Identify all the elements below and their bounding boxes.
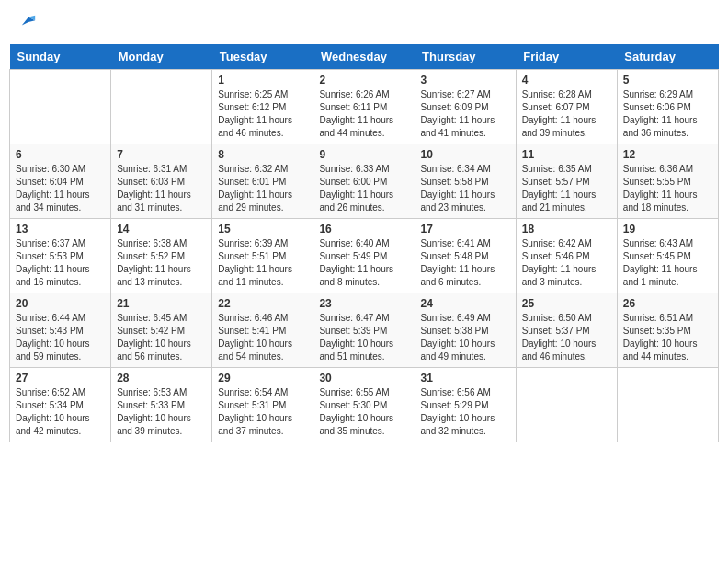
calendar-cell: 25Sunrise: 6:50 AM Sunset: 5:37 PM Dayli…	[516, 293, 617, 368]
day-content: Sunrise: 6:38 AM Sunset: 5:52 PM Dayligh…	[117, 237, 206, 289]
day-number: 14	[117, 223, 206, 236]
calendar-cell: 21Sunrise: 6:45 AM Sunset: 5:42 PM Dayli…	[111, 293, 212, 368]
day-content: Sunrise: 6:50 AM Sunset: 5:37 PM Dayligh…	[522, 312, 611, 363]
day-number: 20	[16, 297, 105, 310]
calendar-header-row: SundayMondayTuesdayWednesdayThursdayFrid…	[10, 44, 719, 70]
page-header	[9, 9, 719, 35]
calendar-cell: 12Sunrise: 6:36 AM Sunset: 5:55 PM Dayli…	[617, 144, 718, 219]
day-header-saturday: Saturday	[617, 44, 718, 70]
calendar-cell: 24Sunrise: 6:49 AM Sunset: 5:38 PM Dayli…	[415, 293, 516, 368]
day-number: 15	[218, 223, 307, 236]
calendar-cell: 14Sunrise: 6:38 AM Sunset: 5:52 PM Dayli…	[111, 219, 212, 293]
calendar-cell	[10, 70, 111, 144]
day-content: Sunrise: 6:49 AM Sunset: 5:38 PM Dayligh…	[421, 312, 510, 363]
calendar-cell: 22Sunrise: 6:46 AM Sunset: 5:41 PM Dayli…	[212, 293, 313, 368]
day-header-thursday: Thursday	[415, 44, 516, 70]
day-header-friday: Friday	[516, 44, 617, 70]
day-number: 29	[218, 372, 307, 385]
calendar-cell: 16Sunrise: 6:40 AM Sunset: 5:49 PM Dayli…	[313, 219, 415, 293]
day-number: 12	[623, 148, 712, 161]
calendar-cell	[617, 368, 718, 442]
calendar-week-5: 27Sunrise: 6:52 AM Sunset: 5:34 PM Dayli…	[10, 368, 719, 442]
day-content: Sunrise: 6:37 AM Sunset: 5:53 PM Dayligh…	[16, 237, 105, 289]
day-header-wednesday: Wednesday	[313, 44, 415, 70]
calendar-cell: 29Sunrise: 6:54 AM Sunset: 5:31 PM Dayli…	[212, 368, 313, 442]
day-content: Sunrise: 6:45 AM Sunset: 5:42 PM Dayligh…	[117, 312, 206, 363]
calendar-table: SundayMondayTuesdayWednesdayThursdayFrid…	[9, 44, 719, 442]
day-content: Sunrise: 6:40 AM Sunset: 5:49 PM Dayligh…	[319, 237, 408, 289]
day-number: 19	[623, 223, 712, 236]
day-number: 21	[117, 297, 206, 310]
calendar-cell: 8Sunrise: 6:32 AM Sunset: 6:01 PM Daylig…	[212, 144, 313, 219]
day-content: Sunrise: 6:34 AM Sunset: 5:58 PM Dayligh…	[421, 163, 510, 214]
day-header-monday: Monday	[111, 44, 212, 70]
day-number: 7	[117, 148, 206, 161]
day-number: 9	[319, 148, 408, 161]
calendar-cell: 13Sunrise: 6:37 AM Sunset: 5:53 PM Dayli…	[10, 219, 111, 293]
calendar-cell: 10Sunrise: 6:34 AM Sunset: 5:58 PM Dayli…	[415, 144, 516, 219]
day-content: Sunrise: 6:29 AM Sunset: 6:06 PM Dayligh…	[623, 88, 712, 140]
day-content: Sunrise: 6:47 AM Sunset: 5:39 PM Dayligh…	[319, 312, 408, 363]
calendar-cell: 2Sunrise: 6:26 AM Sunset: 6:11 PM Daylig…	[313, 70, 415, 144]
calendar-cell: 26Sunrise: 6:51 AM Sunset: 5:35 PM Dayli…	[617, 293, 718, 368]
calendar-cell: 17Sunrise: 6:41 AM Sunset: 5:48 PM Dayli…	[415, 219, 516, 293]
day-content: Sunrise: 6:39 AM Sunset: 5:51 PM Dayligh…	[218, 237, 307, 289]
day-number: 28	[117, 372, 206, 385]
day-content: Sunrise: 6:56 AM Sunset: 5:29 PM Dayligh…	[421, 386, 510, 438]
calendar-week-3: 13Sunrise: 6:37 AM Sunset: 5:53 PM Dayli…	[10, 219, 719, 293]
calendar-week-4: 20Sunrise: 6:44 AM Sunset: 5:43 PM Dayli…	[10, 293, 719, 368]
day-number: 18	[522, 223, 611, 236]
calendar-cell: 9Sunrise: 6:33 AM Sunset: 6:00 PM Daylig…	[313, 144, 415, 219]
calendar-cell	[516, 368, 617, 442]
calendar-cell: 27Sunrise: 6:52 AM Sunset: 5:34 PM Dayli…	[10, 368, 111, 442]
calendar-cell	[111, 70, 212, 144]
day-content: Sunrise: 6:44 AM Sunset: 5:43 PM Dayligh…	[16, 312, 105, 363]
calendar-cell: 20Sunrise: 6:44 AM Sunset: 5:43 PM Dayli…	[10, 293, 111, 368]
calendar-cell: 7Sunrise: 6:31 AM Sunset: 6:03 PM Daylig…	[111, 144, 212, 219]
calendar-cell: 15Sunrise: 6:39 AM Sunset: 5:51 PM Dayli…	[212, 219, 313, 293]
day-content: Sunrise: 6:28 AM Sunset: 6:07 PM Dayligh…	[522, 88, 611, 140]
calendar-cell: 4Sunrise: 6:28 AM Sunset: 6:07 PM Daylig…	[516, 70, 617, 144]
calendar-cell: 31Sunrise: 6:56 AM Sunset: 5:29 PM Dayli…	[415, 368, 516, 442]
day-content: Sunrise: 6:42 AM Sunset: 5:46 PM Dayligh…	[522, 237, 611, 289]
calendar-cell: 18Sunrise: 6:42 AM Sunset: 5:46 PM Dayli…	[516, 219, 617, 293]
day-number: 4	[522, 74, 611, 86]
day-content: Sunrise: 6:51 AM Sunset: 5:35 PM Dayligh…	[623, 312, 712, 363]
day-number: 13	[16, 223, 105, 236]
day-number: 10	[421, 148, 510, 161]
day-content: Sunrise: 6:43 AM Sunset: 5:45 PM Dayligh…	[623, 237, 712, 289]
day-content: Sunrise: 6:31 AM Sunset: 6:03 PM Dayligh…	[117, 163, 206, 214]
day-header-sunday: Sunday	[10, 44, 111, 70]
day-number: 25	[522, 297, 611, 310]
day-content: Sunrise: 6:30 AM Sunset: 6:04 PM Dayligh…	[16, 163, 105, 214]
day-content: Sunrise: 6:25 AM Sunset: 6:12 PM Dayligh…	[218, 88, 307, 140]
calendar-week-1: 1Sunrise: 6:25 AM Sunset: 6:12 PM Daylig…	[10, 70, 719, 144]
day-number: 24	[421, 297, 510, 310]
calendar-cell: 11Sunrise: 6:35 AM Sunset: 5:57 PM Dayli…	[516, 144, 617, 219]
day-number: 22	[218, 297, 307, 310]
day-number: 27	[16, 372, 105, 385]
logo	[18, 14, 37, 30]
day-number: 26	[623, 297, 712, 310]
day-content: Sunrise: 6:35 AM Sunset: 5:57 PM Dayligh…	[522, 163, 611, 214]
calendar-cell: 19Sunrise: 6:43 AM Sunset: 5:45 PM Dayli…	[617, 219, 718, 293]
day-number: 31	[421, 372, 510, 385]
day-content: Sunrise: 6:33 AM Sunset: 6:00 PM Dayligh…	[319, 163, 408, 214]
day-number: 30	[319, 372, 408, 385]
day-number: 17	[421, 223, 510, 236]
day-content: Sunrise: 6:55 AM Sunset: 5:30 PM Dayligh…	[319, 386, 408, 438]
day-header-tuesday: Tuesday	[212, 44, 313, 70]
calendar-body: 1Sunrise: 6:25 AM Sunset: 6:12 PM Daylig…	[10, 70, 719, 442]
day-number: 1	[218, 74, 307, 86]
logo-bird-icon	[20, 14, 37, 30]
day-content: Sunrise: 6:27 AM Sunset: 6:09 PM Dayligh…	[421, 88, 510, 140]
calendar-week-2: 6Sunrise: 6:30 AM Sunset: 6:04 PM Daylig…	[10, 144, 719, 219]
day-content: Sunrise: 6:26 AM Sunset: 6:11 PM Dayligh…	[319, 88, 408, 140]
day-content: Sunrise: 6:46 AM Sunset: 5:41 PM Dayligh…	[218, 312, 307, 363]
day-content: Sunrise: 6:54 AM Sunset: 5:31 PM Dayligh…	[218, 386, 307, 438]
calendar-cell: 30Sunrise: 6:55 AM Sunset: 5:30 PM Dayli…	[313, 368, 415, 442]
day-content: Sunrise: 6:32 AM Sunset: 6:01 PM Dayligh…	[218, 163, 307, 214]
day-content: Sunrise: 6:36 AM Sunset: 5:55 PM Dayligh…	[623, 163, 712, 214]
day-number: 11	[522, 148, 611, 161]
day-content: Sunrise: 6:53 AM Sunset: 5:33 PM Dayligh…	[117, 386, 206, 438]
